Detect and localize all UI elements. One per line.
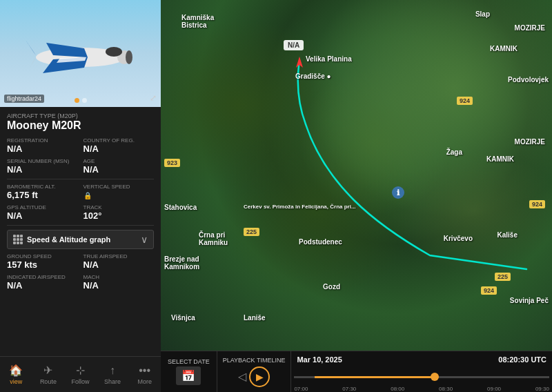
svg-marker-7 <box>29 57 36 69</box>
timeline-labels: 07:00 07:30 08:00 08:30 09:00 09:30 <box>291 386 552 392</box>
road-badge-924: 924 <box>529 200 545 208</box>
true-airspeed-item: TRUE AIRSPEED N/A <box>83 253 155 270</box>
location-mozirje-top: MOZIRJE <box>515 24 545 32</box>
road-badge-225b: 225 <box>495 273 511 281</box>
nav-home-label: view <box>10 378 22 385</box>
nav-share-label: Share <box>104 378 121 385</box>
timeline-track <box>291 370 552 384</box>
route-icon: ✈ <box>43 364 52 377</box>
speed-altitude-bar[interactable]: Speed & Altitude graph ∨ <box>7 230 154 249</box>
location-crna: Črna priKamniku <box>199 231 228 246</box>
gps-alt-value: N/A <box>7 210 78 221</box>
nav-follow[interactable]: ⊹ Follow <box>64 361 97 388</box>
share-icon: ↑ <box>110 364 115 377</box>
expand-icon[interactable]: ⤢ <box>150 93 157 103</box>
vert-speed-value: 🔒 <box>83 190 155 200</box>
serial-value: N/A <box>7 164 78 175</box>
serial-label: SERIAL NUMBER (MSN) <box>7 158 78 164</box>
baro-alt-item: BAROMETRIC ALT. 6,175 ft <box>7 184 78 200</box>
nav-more[interactable]: ••• More <box>128 362 161 388</box>
chevron-icon: ∨ <box>141 234 148 245</box>
registration-label: REGISTRATION <box>7 137 78 144</box>
location-kaminska: KamniškaBistrica <box>181 14 214 29</box>
serial-item: SERIAL NUMBER (MSN) N/A <box>7 158 78 175</box>
vert-speed-item: VERTICAL SPEED 🔒 <box>83 184 155 200</box>
location-sovinja: Sovinja Peč <box>510 297 549 304</box>
country-item: COUNTRY OF REG. N/A <box>83 137 155 154</box>
info-marker[interactable]: ℹ <box>392 186 404 199</box>
road-badge-924-top: 924 <box>457 97 473 105</box>
road-badge-225: 225 <box>244 228 259 236</box>
aircraft-image: flightradar24 ⤢ <box>0 0 161 107</box>
mach-label: MACH <box>83 274 155 280</box>
speed-altitude-title: Speed & Altitude graph <box>27 235 110 244</box>
location-gozd: Gozd <box>323 283 340 291</box>
registration-value: N/A <box>7 144 78 154</box>
mach-item: MACH N/A <box>83 274 155 291</box>
timeline-date: Mar 10, 2025 <box>297 355 342 364</box>
gps-alt-label: GPS ALTITUDE <box>7 204 78 210</box>
svg-marker-9 <box>296 57 303 68</box>
age-item: AGE N/A <box>83 158 155 175</box>
svg-marker-6 <box>26 40 36 55</box>
map-area[interactable]: KamniškaBistrica Slap MOZIRJE KAMNIK Vel… <box>161 0 552 351</box>
country-value: N/A <box>83 144 155 154</box>
aircraft-name: Mooney M20R <box>7 119 154 132</box>
calendar-button[interactable]: 📅 <box>176 366 201 385</box>
grid-icon <box>13 235 23 244</box>
road-badge-924b: 924 <box>481 286 497 295</box>
back-button[interactable]: ◁ <box>238 370 246 383</box>
na-marker: N/A <box>284 40 304 50</box>
baro-alt-value: 6,175 ft <box>7 190 78 200</box>
track-label: TRACK <box>83 204 155 210</box>
nav-share[interactable]: ↑ Share <box>97 362 129 388</box>
nav-route-label: Route <box>40 378 57 385</box>
svg-point-2 <box>106 47 122 57</box>
more-icon: ••• <box>139 364 150 377</box>
aircraft-illustration <box>12 19 150 88</box>
aircraft-position <box>296 57 303 68</box>
location-slap: Slap <box>475 10 490 18</box>
registration-item: REGISTRATION N/A <box>7 137 78 154</box>
timeline-bar: SELECT DATE 📅 PLAYBACK TIMELINE ◁ ▶ Mar … <box>161 351 552 392</box>
flightradar-logo: flightradar24 <box>4 95 44 103</box>
location-podvolovjek: Podvolovjek <box>508 76 549 84</box>
mach-value: N/A <box>83 280 155 291</box>
location-zaga: Žaga <box>446 148 462 156</box>
baro-alt-label: BAROMETRIC ALT. <box>7 184 78 190</box>
track-item: TRACK 102° <box>83 204 155 221</box>
location-krivcevo: Krivčevo <box>444 235 473 242</box>
bottom-nav: 🏠 view ✈ Route ⊹ Follow ↑ Share ••• More <box>0 356 161 392</box>
time-label-0730: 07:30 <box>342 386 356 392</box>
location-kamnik: KAMNIK <box>486 155 514 163</box>
ground-speed-label: GROUND SPEED <box>7 253 78 259</box>
timeline-cursor[interactable] <box>431 373 439 381</box>
road-badge-923: 923 <box>164 159 180 167</box>
location-kalise: Kališe <box>497 231 518 239</box>
select-date-label: SELECT DATE <box>168 358 210 365</box>
timeline-time: 08:20:30 UTC <box>498 355 546 364</box>
indicated-airspeed-value: N/A <box>7 280 78 291</box>
svg-point-8 <box>126 50 132 64</box>
location-gradisce: Gradišče ● <box>295 72 331 80</box>
location-visevca: Višnjca <box>171 314 195 322</box>
true-airspeed-label: TRUE AIRSPEED <box>83 253 155 259</box>
gps-alt-item: GPS ALTITUDE N/A <box>7 204 78 221</box>
nav-route[interactable]: ✈ Route <box>32 361 65 388</box>
location-podstudenec: Podstudenec <box>299 238 342 246</box>
nav-home[interactable]: 🏠 view <box>0 361 32 388</box>
select-date-section: SELECT DATE 📅 <box>161 351 217 392</box>
age-value: N/A <box>83 164 155 175</box>
timeline-line <box>294 376 549 378</box>
true-airspeed-value: N/A <box>83 259 155 270</box>
aircraft-type-label: AIRCRAFT TYPE (M20P) <box>7 112 154 119</box>
location-stahovica: Stahovica <box>164 204 197 211</box>
location-velika: Velika Planina <box>306 55 352 63</box>
playback-label: PLAYBACK TIMELINE <box>223 357 286 364</box>
nav-more-label: More <box>137 378 152 385</box>
flight-path-svg <box>161 0 552 351</box>
play-button[interactable]: ▶ <box>249 366 270 387</box>
timeline-main[interactable]: Mar 10, 2025 08:20:30 UTC 07:00 07:30 08… <box>291 351 552 392</box>
time-label-0830: 08:30 <box>439 386 453 392</box>
sidebar: flightradar24 ⤢ AIRCRAFT TYPE (M20P) Moo… <box>0 0 161 392</box>
